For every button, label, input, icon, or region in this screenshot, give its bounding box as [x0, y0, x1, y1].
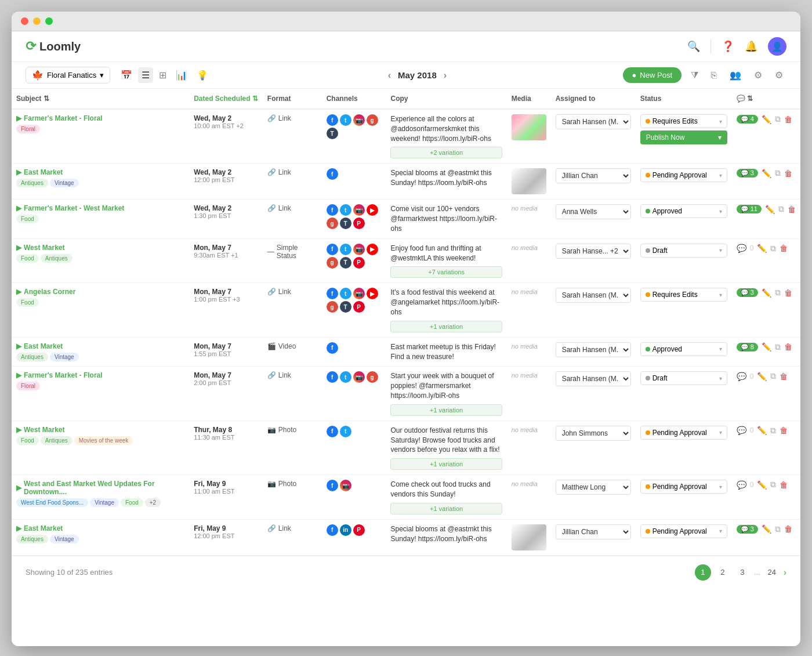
- delete-button-4[interactable]: 🗑: [784, 288, 792, 298]
- user-avatar[interactable]: 👤: [768, 37, 786, 56]
- duplicate-button-9[interactable]: ⧉: [775, 524, 781, 534]
- next-month-button[interactable]: ›: [444, 70, 447, 81]
- chart-view-icon[interactable]: 📊: [172, 67, 191, 83]
- comment-count-5[interactable]: 💬 8: [737, 343, 758, 351]
- delete-button-0[interactable]: 🗑: [784, 115, 792, 124]
- assigned-dropdown-5[interactable]: Sarah Hansen (M...: [556, 342, 631, 357]
- edit-button-8[interactable]: ✏️: [757, 480, 767, 490]
- status-badge-8[interactable]: Pending Approval ▾: [640, 480, 727, 494]
- delete-button-1[interactable]: 🗑: [784, 169, 792, 178]
- page-2-button[interactable]: 2: [715, 564, 731, 581]
- subject-name-5[interactable]: ▶ East Market: [16, 342, 184, 350]
- status-badge-1[interactable]: Pending Approval ▾: [640, 168, 727, 182]
- maximize-dot[interactable]: [45, 17, 53, 25]
- new-post-button[interactable]: ● New Post: [623, 67, 682, 83]
- comment-count-0[interactable]: 💬 4: [737, 115, 758, 124]
- subject-name-2[interactable]: ▶ Farmer's Market - West Market: [16, 204, 184, 212]
- page-1-button[interactable]: 1: [695, 564, 711, 581]
- edit-button-5[interactable]: ✏️: [762, 342, 771, 351]
- edit-button-2[interactable]: ✏️: [765, 205, 775, 214]
- people-icon[interactable]: 👥: [726, 67, 745, 83]
- bell-icon[interactable]: 🔔: [745, 40, 757, 53]
- assigned-dropdown-9[interactable]: Jillian Chan: [556, 524, 631, 539]
- duplicate-button-7[interactable]: ⧉: [770, 426, 776, 436]
- duplicate-button-0[interactable]: ⧉: [775, 114, 781, 124]
- subject-name-9[interactable]: ▶ East Market: [16, 524, 184, 532]
- page-24-button[interactable]: 24: [764, 564, 780, 581]
- subject-name-4[interactable]: ▶ Angelas Corner: [16, 288, 184, 296]
- close-dot[interactable]: [21, 17, 28, 25]
- delete-button-5[interactable]: 🗑: [784, 342, 792, 351]
- assigned-dropdown-6[interactable]: Sarah Hansen (M...: [556, 371, 631, 386]
- assigned-dropdown-4[interactable]: Sarah Hansen (M...: [556, 288, 631, 303]
- duplicate-button-3[interactable]: ⧉: [770, 244, 776, 253]
- assigned-dropdown-3[interactable]: Sarah Hanse... +2: [556, 244, 631, 259]
- delete-button-2[interactable]: 🗑: [788, 205, 796, 214]
- export-icon[interactable]: ⎘: [708, 68, 720, 83]
- edit-button-3[interactable]: ✏️: [757, 244, 767, 253]
- search-icon[interactable]: 🔍: [687, 40, 700, 53]
- edit-button-9[interactable]: ✏️: [762, 524, 771, 534]
- edit-button-1[interactable]: ✏️: [762, 169, 771, 178]
- subject-name-8[interactable]: ▶ West and East Market Wed Updates For D…: [16, 480, 184, 496]
- help-icon[interactable]: ❓: [722, 40, 734, 53]
- subject-name-0[interactable]: ▶ Farmer's Market - Floral: [16, 114, 184, 122]
- assigned-dropdown-2[interactable]: Anna Wells: [556, 204, 631, 219]
- delete-button-6[interactable]: 🗑: [780, 372, 788, 381]
- minimize-dot[interactable]: [33, 17, 41, 25]
- page-3-button[interactable]: 3: [734, 564, 751, 581]
- duplicate-button-4[interactable]: ⧉: [775, 288, 781, 298]
- assigned-dropdown-0[interactable]: Sarah Hansen (M...: [556, 114, 631, 129]
- edit-button-4[interactable]: ✏️: [762, 288, 771, 298]
- settings-icon-1[interactable]: ⚙: [751, 67, 766, 83]
- duplicate-button-2[interactable]: ⧉: [778, 204, 784, 214]
- status-badge-2[interactable]: Approved ▾: [640, 204, 727, 218]
- delete-button-7[interactable]: 🗑: [780, 426, 788, 435]
- next-page-button[interactable]: ›: [784, 567, 786, 578]
- variation-badge-7[interactable]: +1 variation: [390, 458, 502, 470]
- delete-button-3[interactable]: 🗑: [780, 244, 788, 253]
- variation-badge-0[interactable]: +2 variation: [390, 147, 502, 158]
- delete-button-9[interactable]: 🗑: [784, 524, 792, 534]
- edit-button-6[interactable]: ✏️: [757, 372, 767, 381]
- variation-badge-3[interactable]: +7 variations: [390, 266, 502, 278]
- edit-button-7[interactable]: ✏️: [757, 426, 767, 435]
- duplicate-button-8[interactable]: ⧉: [770, 480, 776, 490]
- publish-now-button-0[interactable]: Publish Now ▾: [640, 131, 727, 144]
- status-badge-7[interactable]: Pending Approval ▾: [640, 426, 727, 440]
- list-view-icon[interactable]: ☰: [138, 67, 153, 83]
- variation-badge-6[interactable]: +1 variation: [390, 404, 502, 416]
- settings-icon-2[interactable]: ⚙: [771, 67, 786, 83]
- subject-name-7[interactable]: ▶ West Market: [16, 426, 184, 434]
- calendar-selector[interactable]: 🍁 Floral Fanatics ▾: [26, 67, 110, 84]
- duplicate-button-1[interactable]: ⧉: [775, 168, 781, 178]
- assigned-dropdown-1[interactable]: Jillian Chan: [556, 168, 631, 183]
- card-view-icon[interactable]: ⊞: [155, 67, 170, 83]
- assigned-dropdown-7[interactable]: John Simmons: [556, 426, 631, 441]
- subject-name-3[interactable]: ▶ West Market: [16, 244, 184, 252]
- status-badge-9[interactable]: Pending Approval ▾: [640, 524, 727, 538]
- comment-count-1[interactable]: 💬 3: [737, 169, 758, 177]
- assigned-dropdown-8[interactable]: Matthew Long: [556, 480, 631, 495]
- status-badge-6[interactable]: Draft ▾: [640, 371, 727, 385]
- subject-name-1[interactable]: ▶ East Market: [16, 168, 184, 176]
- filter-icon[interactable]: ⧩: [687, 68, 702, 83]
- comment-count-4[interactable]: 💬 3: [737, 288, 758, 297]
- bulb-icon[interactable]: 💡: [193, 67, 212, 83]
- prev-month-button[interactable]: ‹: [388, 70, 391, 81]
- tag-food: Food: [121, 498, 143, 507]
- duplicate-button-5[interactable]: ⧉: [775, 342, 781, 352]
- status-badge-5[interactable]: Approved ▾: [640, 342, 727, 356]
- status-badge-4[interactable]: Requires Edits ▾: [640, 288, 727, 302]
- variation-badge-4[interactable]: +1 variation: [390, 321, 502, 332]
- edit-button-0[interactable]: ✏️: [762, 115, 771, 124]
- variation-badge-8[interactable]: +1 variation: [390, 503, 502, 514]
- delete-button-8[interactable]: 🗑: [780, 480, 788, 490]
- comment-count-2[interactable]: 💬 11: [737, 205, 762, 213]
- status-badge-3[interactable]: Draft ▾: [640, 244, 727, 258]
- calendar-view-icon[interactable]: 📅: [117, 67, 136, 83]
- subject-name-6[interactable]: ▶ Farmer's Market - Floral: [16, 371, 184, 379]
- comment-count-9[interactable]: 💬 3: [737, 525, 758, 534]
- status-badge-0[interactable]: Requires Edits ▾: [640, 114, 727, 128]
- duplicate-button-6[interactable]: ⧉: [770, 371, 776, 381]
